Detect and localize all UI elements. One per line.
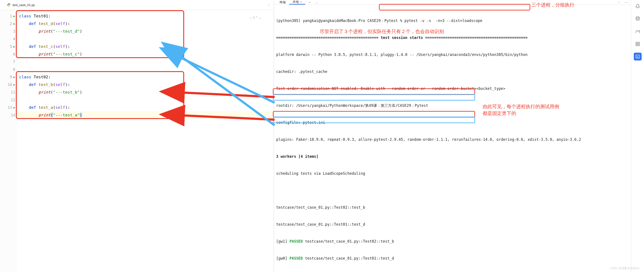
tab-terminal[interactable]: 终端 — [276, 0, 289, 5]
notifications-icon[interactable] — [634, 2, 642, 10]
terminal-body[interactable]: (python385) yangkai@yangkaideMacBook-Pro… — [274, 5, 631, 272]
editor-tab-bar: test_case_01.py ⋮ — [0, 0, 274, 10]
run-icon[interactable]: ▶ — [14, 22, 15, 26]
svg-rect-2 — [638, 42, 639, 44]
editor-area: 1▶ 2▶ 3 4 5▶ 6 7 8 9▶ 10▶ 11 12 13▶ 14 ⚠… — [0, 10, 274, 272]
close-icon[interactable]: × — [300, 0, 302, 4]
annotation-box — [273, 111, 475, 118]
python-icon — [7, 3, 11, 7]
chevron-down-icon[interactable]: ⌄ — [314, 1, 319, 4]
gutter-line: 1▶ — [0, 12, 17, 20]
right-sidebar — [631, 0, 644, 272]
run-icon[interactable]: ▶ — [14, 14, 15, 18]
svg-rect-4 — [638, 44, 639, 46]
run-icon[interactable]: ▶ — [14, 83, 15, 86]
editor-tab-actions: ⋮ — [268, 3, 274, 7]
watermark: CSDN @需要休息的KK. — [610, 266, 640, 270]
svg-rect-1 — [636, 42, 637, 44]
minimize-icon[interactable]: — — [625, 1, 628, 4]
file-tab[interactable]: test_case_01.py — [2, 0, 39, 10]
editor-pane: test_case_01.py ⋮ 1▶ 2▶ 3 4 5▶ 6 7 8 9▶ … — [0, 0, 274, 272]
code-surface[interactable]: ⚠ 1 ⌃ ⌄ class Test01: def test_d(self): … — [17, 10, 274, 272]
run-icon[interactable]: ▶ — [14, 75, 15, 79]
code-line: class Test01: — [17, 12, 274, 20]
svg-rect-5 — [636, 55, 640, 58]
gutter: 1▶ 2▶ 3 4 5▶ 6 7 8 9▶ 10▶ 11 12 13▶ 14 — [0, 10, 17, 272]
terminal-tool-icon[interactable] — [634, 53, 642, 61]
terminal-pane: 终端 本地 × ＋ ⌄ ⋮ — (python385) yangkai@yang… — [274, 0, 631, 272]
more-icon[interactable]: ⋮ — [618, 1, 620, 4]
svg-point-0 — [636, 17, 639, 18]
tab-local[interactable]: 本地 × — [289, 0, 305, 5]
tab-menu-icon[interactable]: ⋮ — [268, 3, 270, 7]
file-tab-label: test_case_01.py — [12, 3, 35, 7]
plugin-icon[interactable] — [634, 40, 642, 48]
sci-icon[interactable] — [634, 28, 642, 35]
add-tab-button[interactable]: ＋ — [305, 1, 314, 4]
annotation-box — [273, 94, 475, 101]
svg-rect-3 — [636, 44, 637, 46]
terminal-actions: ⋮ — — [618, 1, 631, 4]
run-icon[interactable]: ▶ — [14, 45, 15, 48]
run-icon[interactable]: ▶ — [14, 106, 15, 109]
annotation-box — [379, 4, 530, 11]
terminal-tabs: 终端 本地 × ＋ ⌄ ⋮ — — [274, 0, 631, 5]
database-icon[interactable] — [634, 15, 642, 23]
